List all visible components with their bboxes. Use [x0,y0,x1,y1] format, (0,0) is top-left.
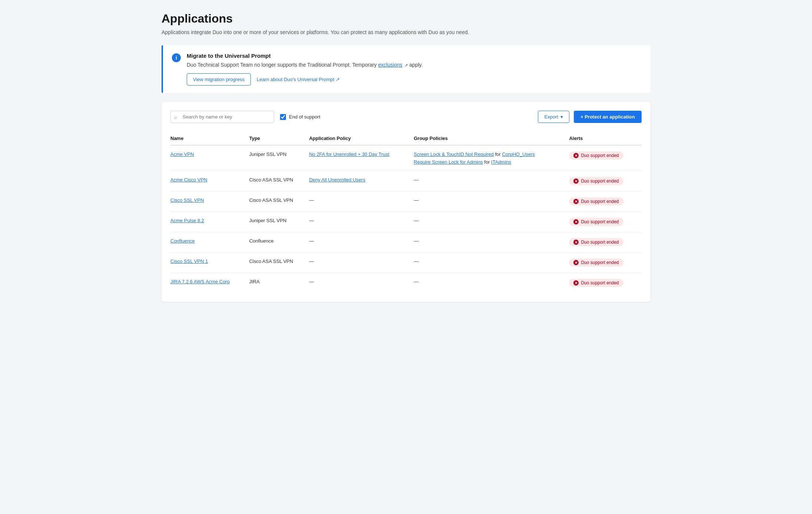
alert-x-icon: ✕ [573,199,579,204]
alert-text: Duo support ended [581,219,619,224]
app-name-link[interactable]: Cisco SSL VPN [170,197,204,203]
cell-alerts: ✕Duo support ended [569,232,642,253]
alert-x-icon: ✕ [573,240,579,245]
cell-type: Cisco ASA SSL VPN [249,253,309,273]
banner-text-after: apply. [409,62,423,68]
table-body: Acme VPNJuniper SSL VPNNo 2FA for Unenro… [170,145,642,293]
cell-alerts: ✕Duo support ended [569,145,642,171]
alert-badge: ✕Duo support ended [569,151,623,160]
group-policy-link[interactable]: Screen Lock & TouchID Not Required [414,151,494,157]
group-policy-empty: — [414,218,419,223]
applications-table: Name Type Application Policy Group Polic… [170,132,642,293]
cell-policy: — [309,273,414,293]
policy-link[interactable]: Deny All Unenrolled Users [309,177,365,183]
policy-empty: — [309,238,314,244]
external-link-icon-exclusions: ↗ [405,62,408,69]
export-button[interactable]: Export ▾ [538,111,569,123]
table-row: Acme VPNJuniper SSL VPNNo 2FA for Unenro… [170,145,642,171]
cell-name: Cisco SSL VPN 1 [170,253,249,273]
alert-badge: ✕Duo support ended [569,177,623,185]
cell-name: Acme Pulse 8.2 [170,212,249,232]
banner-actions: View migration progress Learn about Duo'… [187,73,642,86]
cell-type: Cisco ASA SSL VPN [249,171,309,191]
alert-x-icon: ✕ [573,260,579,265]
cell-group-policies: — [414,171,569,191]
app-name-link[interactable]: Acme VPN [170,151,194,157]
table-row: Acme Cisco VPNCisco ASA SSL VPNDeny All … [170,171,642,191]
alert-text: Duo support ended [581,260,619,265]
alert-text: Duo support ended [581,178,619,184]
alert-text: Duo support ended [581,240,619,245]
group-policy-link[interactable]: Require Screen Lock for Admins [414,159,483,165]
banner-content: Migrate to the Universal Prompt Duo Tech… [187,53,642,86]
end-of-support-checkbox[interactable] [280,114,286,120]
exclusions-link[interactable]: exclusions [378,62,402,68]
group-policy-item: Require Screen Lock for Admins for ITAdm… [414,159,565,165]
cell-group-policies: Screen Lock & TouchID Not Required for C… [414,145,569,171]
group-policy-suffix: for [483,159,491,165]
policy-empty: — [309,279,314,284]
group-name-link[interactable]: CorpHQ_Users [502,151,535,157]
col-type: Type [249,132,309,145]
cell-type: Juniper SSL VPN [249,145,309,171]
external-link-icon-learn: ↗ [336,77,340,82]
cell-group-policies: — [414,232,569,253]
group-policy-suffix: for [494,151,502,157]
alert-text: Duo support ended [581,280,619,286]
main-card: ⌕ End of support Export ▾ + Protect an a… [162,102,650,302]
filter-label: End of support [289,114,320,120]
cell-name: Acme VPN [170,145,249,171]
cell-name: Cisco SSL VPN [170,191,249,212]
cell-name: Acme Cisco VPN [170,171,249,191]
group-name-link[interactable]: ITAdmins [491,159,511,165]
learn-universal-prompt-link[interactable]: Learn about Duo's Universal Prompt ↗ [257,77,340,82]
group-policy-empty: — [414,279,419,284]
migration-banner: i Migrate to the Universal Prompt Duo Te… [162,45,650,93]
alert-x-icon: ✕ [573,153,579,158]
search-input[interactable] [170,111,274,123]
protect-application-button[interactable]: + Protect an application [574,111,642,123]
alert-badge: ✕Duo support ended [569,238,623,246]
alert-x-icon: ✕ [573,178,579,184]
banner-body: Duo Technical Support Team no longer sup… [187,61,642,69]
col-alerts: Alerts [569,132,642,145]
group-policy-empty: — [414,177,419,183]
app-name-link[interactable]: Confluence [170,238,195,244]
search-icon: ⌕ [174,114,177,120]
cell-type: Cisco ASA SSL VPN [249,191,309,212]
page-description: Applications integrate Duo into one or m… [162,29,650,36]
cell-type: Confluence [249,232,309,253]
cell-alerts: ✕Duo support ended [569,212,642,232]
toolbar-right: Export ▾ + Protect an application [538,111,642,123]
app-name-link[interactable]: Acme Cisco VPN [170,177,207,183]
policy-link[interactable]: No 2FA for Unenrolled + 30 Day Trust [309,151,389,157]
app-name-link[interactable]: JIRA 7.2.6 AWS Acme Corp [170,279,230,284]
chevron-down-icon: ▾ [560,114,563,120]
cell-alerts: ✕Duo support ended [569,171,642,191]
cell-name: JIRA 7.2.6 AWS Acme Corp [170,273,249,293]
cell-group-policies: — [414,212,569,232]
group-policy-empty: — [414,238,419,244]
view-migration-button[interactable]: View migration progress [187,73,251,86]
cell-group-policies: — [414,253,569,273]
banner-title: Migrate to the Universal Prompt [187,53,642,59]
cell-policy: — [309,191,414,212]
export-label: Export [544,114,558,120]
policy-empty: — [309,218,314,223]
alert-badge: ✕Duo support ended [569,258,623,267]
table-row: Cisco SSL VPNCisco ASA SSL VPN——✕Duo sup… [170,191,642,212]
alert-text: Duo support ended [581,153,619,158]
cell-alerts: ✕Duo support ended [569,253,642,273]
alert-badge: ✕Duo support ended [569,279,623,287]
cell-type: JIRA [249,273,309,293]
app-name-link[interactable]: Cisco SSL VPN 1 [170,258,208,264]
cell-alerts: ✕Duo support ended [569,273,642,293]
page-title: Applications [162,12,650,26]
cell-policy: Deny All Unenrolled Users [309,171,414,191]
info-icon: i [172,53,181,62]
cell-group-policies: — [414,191,569,212]
end-of-support-filter[interactable]: End of support [280,114,320,120]
cell-policy: — [309,253,414,273]
app-name-link[interactable]: Acme Pulse 8.2 [170,218,204,223]
policy-empty: — [309,197,314,203]
